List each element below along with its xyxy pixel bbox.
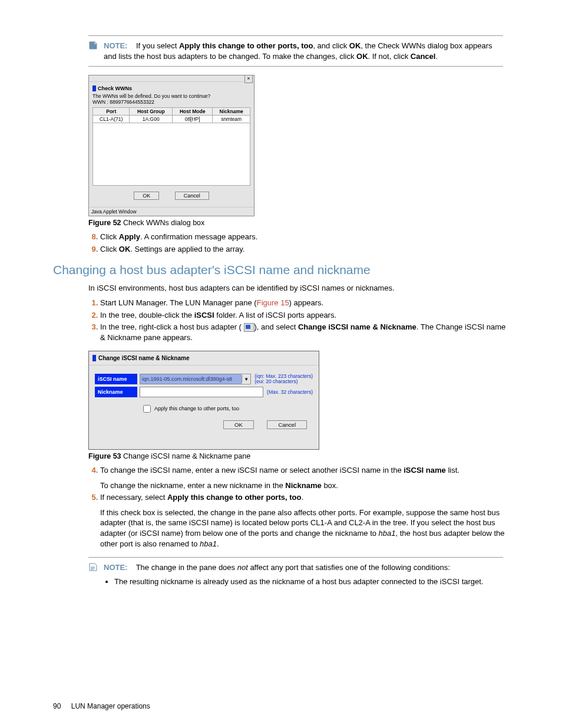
- note-text: NOTE: If you select Apply this change to…: [104, 41, 503, 61]
- note-icon: [88, 562, 98, 572]
- table-row[interactable]: CL1-A(71) 1A:G00 08[HP] snmteam: [93, 116, 250, 123]
- cancel-button[interactable]: Cancel: [267, 420, 307, 429]
- col-hostgroup: Host Group: [130, 108, 173, 116]
- iscsi-hint: (iqn: Max. 223 characters) (eui: 20 char…: [254, 374, 313, 384]
- col-port: Port: [93, 108, 130, 116]
- step-1: Start LUN Manager. The LUN Manager pane …: [100, 298, 509, 308]
- step-4: To change the iSCSI name, enter a new iS…: [100, 465, 509, 490]
- iscsi-name-label: iSCSI name: [95, 374, 137, 384]
- nickname-label: Nickname: [95, 387, 137, 397]
- note-block-1: NOTE: If you select Apply this change to…: [88, 35, 503, 67]
- step-3: In the tree, right-click a host bus adap…: [100, 322, 509, 342]
- hba-icon: [244, 323, 254, 332]
- apply-other-ports-checkbox[interactable]: [143, 405, 151, 413]
- figure-53-caption: Figure 53 Change iSCSI name & Nickname p…: [88, 452, 509, 460]
- step-2: In the tree, double-click the iSCSI fold…: [100, 310, 509, 321]
- dialog-message-1: The WWNs will be defined. Do you want to…: [92, 93, 250, 99]
- footer-title: LUN Manager operations: [71, 702, 150, 710]
- nickname-hint: (Max. 32 characters): [267, 390, 313, 395]
- ok-button[interactable]: OK: [223, 420, 254, 429]
- note-text: NOTE: The change in the pane does not af…: [104, 562, 503, 588]
- check-wwns-dialog: × Check WWNs The WWNs will be defined. D…: [88, 75, 254, 216]
- note-icon: [88, 41, 98, 50]
- col-hostmode: Host Mode: [173, 108, 213, 116]
- note-block-2: NOTE: The change in the pane does not af…: [88, 557, 503, 593]
- wwn-table: Port Host Group Host Mode Nickname CL1-A…: [92, 107, 250, 123]
- table-empty-area: [92, 123, 250, 186]
- step-8: Click Apply. A confirmation message appe…: [100, 232, 509, 242]
- note2-bullet-1: The resulting nickname is already used a…: [114, 577, 503, 587]
- close-icon[interactable]: ×: [244, 75, 253, 83]
- apply-other-ports-label: Apply this change to other ports, too: [154, 406, 239, 411]
- page-number: 90: [53, 702, 61, 710]
- section-heading: Changing a host bus adapter's iSCSI name…: [53, 263, 509, 277]
- iscsi-name-value: iqn.1991-05.com.microsoft:dl380g4-s8: [140, 374, 242, 384]
- note-label: NOTE:: [104, 563, 127, 572]
- dialog2-title: Change iSCSI name & Nickname: [92, 355, 315, 361]
- figure-53-image: Change iSCSI name & Nickname iSCSI name …: [88, 351, 509, 450]
- change-iscsi-dialog: Change iSCSI name & Nickname iSCSI name …: [88, 351, 319, 450]
- steps-1-3: Start LUN Manager. The LUN Manager pane …: [88, 298, 509, 342]
- figure-15-link[interactable]: Figure 15: [257, 298, 289, 307]
- figure-52-caption: Figure 52 Check WWNs dialog box: [88, 219, 509, 227]
- col-nickname: Nickname: [213, 108, 250, 116]
- status-bar: Java Applet Window: [89, 207, 254, 216]
- ok-button[interactable]: OK: [134, 192, 159, 200]
- step-5: If necessary, select Apply this change t…: [100, 492, 509, 549]
- iscsi-name-combo[interactable]: iqn.1991-05.com.microsoft:dl380g4-s8 ▼: [140, 374, 251, 384]
- chevron-down-icon[interactable]: ▼: [242, 375, 250, 383]
- dialog-message-2: WWN : 8899776644553322: [92, 99, 250, 105]
- intro-text: In iSCSI environments, host bus adapters…: [88, 283, 509, 294]
- page-footer: 90 LUN Manager operations: [53, 702, 150, 710]
- figure-52-image: × Check WWNs The WWNs will be defined. D…: [88, 75, 509, 216]
- cancel-button[interactable]: Cancel: [175, 192, 209, 200]
- nickname-input[interactable]: [140, 387, 263, 397]
- dialog-title: Check WWNs: [92, 85, 250, 91]
- note-label: NOTE:: [104, 41, 127, 50]
- dialog-titlebar: ×: [89, 75, 254, 82]
- steps-4-5: To change the iSCSI name, enter a new iS…: [88, 465, 509, 549]
- step-9: Click OK. Settings are applied to the ar…: [100, 244, 509, 255]
- steps-8-9: Click Apply. A confirmation message appe…: [88, 232, 509, 254]
